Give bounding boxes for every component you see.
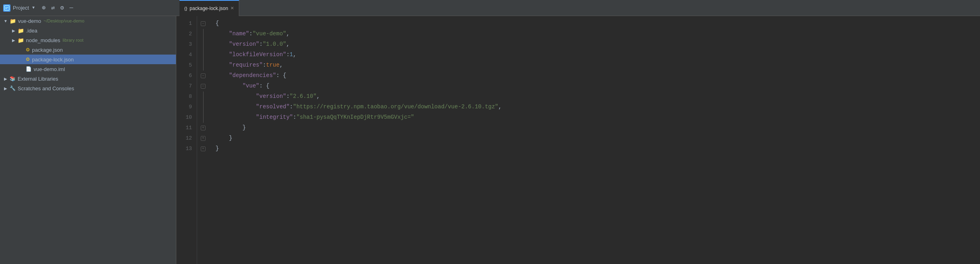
key-requires: "requires" [229, 60, 263, 71]
tab-package-lock-json[interactable]: {} package-lock.json ✕ [179, 0, 239, 16]
code-line-4: "lockfileVersion" : 1 , [216, 50, 980, 60]
fold-cell-13[interactable]: + [197, 144, 209, 154]
code-line-11: } [216, 123, 980, 133]
fold-marker-12[interactable]: + [201, 136, 206, 141]
fold-cell-3 [197, 39, 209, 50]
sidebar-item-vue-demo[interactable]: ▼ 📁 vue-demo ~/Desktop/vue-demo [0, 16, 176, 26]
package-json-label: package.json [32, 47, 63, 53]
fold-cell-5 [197, 60, 209, 71]
vue-demo-iml-label: vue-demo.iml [34, 66, 65, 72]
file-json-icon: ⚙ [26, 57, 30, 62]
fold-cell-12[interactable]: + [197, 133, 209, 144]
line-number-9: 9 [176, 102, 192, 112]
tab-label: package-lock.json [190, 6, 228, 11]
folder-icon: 📁 [18, 37, 24, 43]
code-line-3: "version" : "1.0.0" , [216, 39, 980, 50]
sidebar-item-external-libraries[interactable]: ▶ 📚 External Libraries [0, 74, 176, 83]
key-vue: "vue" [242, 81, 259, 91]
line-number-11: 11 [176, 123, 192, 133]
line-number-2: 2 [176, 29, 192, 39]
fold-cell-7[interactable]: − [197, 81, 209, 91]
val-version: "1.0.0" [263, 39, 286, 50]
sidebar-item-vue-demo-iml[interactable]: ▶ 📄 vue-demo.iml [0, 64, 176, 74]
val-version-inner: "2.6.10" [290, 91, 317, 102]
layout-icon[interactable]: ⇄ [51, 4, 55, 12]
fold-cell-9 [197, 102, 209, 112]
project-dropdown-arrow[interactable]: ▼ [32, 6, 34, 10]
code-line-7: "vue" : { [216, 81, 980, 91]
project-label[interactable]: Project [13, 5, 29, 11]
title-bar-icons: ⊕ ⇄ ⚙ — [42, 4, 73, 12]
key-version: "version" [229, 39, 260, 50]
node-modules-label: node_modules [26, 37, 60, 43]
val-name: "vue-demo" [252, 29, 286, 39]
main-content: ▼ 📁 vue-demo ~/Desktop/vue-demo ▶ 📁 .ide… [0, 16, 980, 264]
sidebar: ▼ 📁 vue-demo ~/Desktop/vue-demo ▶ 📁 .ide… [0, 16, 176, 264]
code-line-6: "dependencies" : { [216, 71, 980, 81]
line-numbers: 1 2 3 4 5 6 7 8 9 10 11 12 13 [176, 16, 197, 264]
fold-marker-11[interactable]: + [201, 126, 206, 130]
svg-rect-1 [5, 7, 8, 8]
tab-close-button[interactable]: ✕ [230, 6, 234, 11]
scope-icon[interactable]: ⊕ [42, 4, 45, 12]
sidebar-item-idea[interactable]: ▶ 📁 .idea [0, 26, 176, 35]
fold-cell-6[interactable]: − [197, 71, 209, 81]
line-number-13: 13 [176, 144, 192, 154]
title-bar: Project ▼ ⊕ ⇄ ⚙ — {} package-lock.json ✕ [0, 0, 980, 16]
line-number-8: 8 [176, 91, 192, 102]
svg-rect-2 [5, 8, 7, 9]
external-libraries-label: External Libraries [18, 76, 58, 82]
vue-demo-label: vue-demo [18, 18, 41, 24]
editor-area: 1 2 3 4 5 6 7 8 9 10 11 12 13 − [176, 16, 980, 264]
key-name: "name" [229, 29, 249, 39]
code-line-1: { [216, 18, 980, 29]
key-version-inner: "version" [256, 91, 286, 102]
scratches-icon: 🔧 [10, 85, 16, 91]
code-line-9: "resolved" : "https://registry.npm.taoba… [216, 102, 980, 112]
node-modules-subtitle: library root [63, 38, 83, 43]
minimize-icon[interactable]: — [70, 4, 73, 11]
code-line-8: "version" : "2.6.10" , [216, 91, 980, 102]
fold-cell-2 [197, 29, 209, 39]
fold-cell-1[interactable]: − [197, 18, 209, 29]
code-line-5: "requires" : true , [216, 60, 980, 71]
svg-rect-0 [4, 6, 9, 10]
settings-icon[interactable]: ⚙ [60, 4, 64, 12]
val-lockfile: 1 [290, 50, 293, 60]
line-number-6: 6 [176, 71, 192, 81]
code-line-13: } [216, 144, 980, 154]
arrow-down-icon: ▼ [3, 19, 8, 23]
key-dependencies: "dependencies" [229, 71, 276, 81]
sidebar-item-node-modules[interactable]: ▶ 📁 node_modules library root [0, 35, 176, 45]
sidebar-item-package-json[interactable]: ▶ ⚙ package.json [0, 45, 176, 55]
line-number-7: 7 [176, 81, 192, 91]
sidebar-item-package-lock-json[interactable]: ▶ ⚙ package-lock.json [0, 55, 176, 64]
fold-gutter: − − − [197, 16, 209, 264]
brace-open: { [216, 18, 219, 29]
code-line-12: } [216, 133, 980, 144]
fold-marker-6[interactable]: − [201, 73, 206, 78]
line-number-10: 10 [176, 112, 192, 123]
arrow-right-icon: ▶ [3, 86, 8, 91]
vue-demo-path: ~/Desktop/vue-demo [44, 18, 85, 23]
brace-close-deps: } [229, 133, 232, 144]
fold-marker-13[interactable]: + [201, 146, 206, 151]
line-number-4: 4 [176, 50, 192, 60]
fold-marker-1[interactable]: − [201, 21, 206, 26]
code-content[interactable]: { "name" : "vue-demo" , "version" : "1.0… [209, 16, 980, 264]
line-number-1: 1 [176, 18, 192, 29]
fold-cell-11[interactable]: + [197, 123, 209, 133]
scratches-label: Scratches and Consoles [18, 85, 74, 91]
code-line-10: "integrity" : "sha1-pysaQqTYKnIepDjRtr9V… [216, 112, 980, 123]
fold-cell-8 [197, 91, 209, 102]
tab-file-icon: {} [184, 6, 187, 11]
title-bar-left: Project ▼ ⊕ ⇄ ⚙ — [3, 4, 179, 12]
external-libraries-icon: 📚 [10, 76, 16, 81]
key-resolved: "resolved" [256, 102, 290, 112]
file-json-icon: ⚙ [26, 47, 30, 53]
arrow-right-icon: ▶ [11, 38, 16, 43]
fold-marker-7[interactable]: − [201, 84, 206, 89]
sidebar-item-scratches[interactable]: ▶ 🔧 Scratches and Consoles [0, 83, 176, 93]
code-line-2: "name" : "vue-demo" , [216, 29, 980, 39]
project-icon [3, 4, 10, 12]
